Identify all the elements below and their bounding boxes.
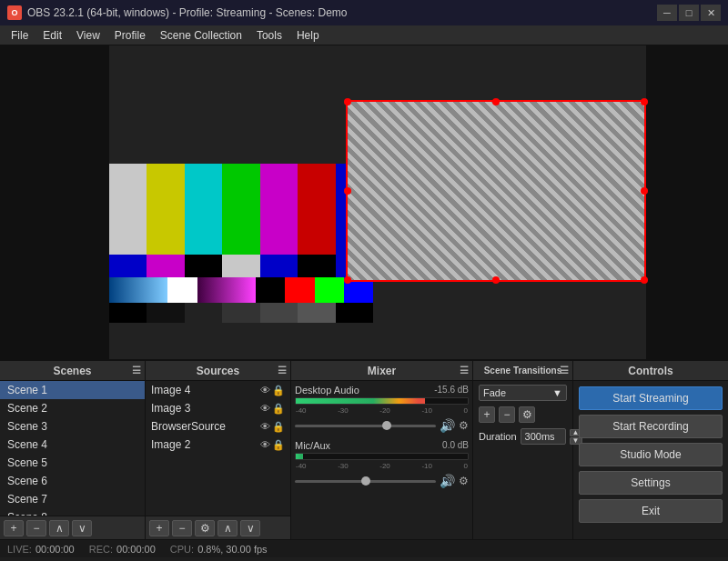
remove-transition-button[interactable]: − (499, 406, 515, 423)
mic-aux-mute[interactable]: 🔊 (440, 474, 455, 488)
source-label: Image 3 (151, 402, 190, 415)
mic-aux-knob[interactable] (361, 476, 370, 486)
menu-item-edit[interactable]: Edit (35, 27, 69, 44)
add-scene-button[interactable]: + (4, 520, 24, 536)
live-status: LIVE: 00:00:00 (7, 544, 75, 555)
desktop-audio-gear[interactable]: ⚙ (459, 419, 469, 432)
menu-item-tools[interactable]: Tools (249, 27, 289, 44)
resize-handle-bc[interactable] (492, 276, 500, 284)
cpu-label: CPU: (170, 544, 194, 555)
resize-handle-br[interactable] (641, 276, 648, 284)
mic-aux-gear[interactable]: ⚙ (459, 475, 469, 487)
resize-handle-tc[interactable] (492, 98, 500, 105)
source-up-button[interactable]: ∧ (217, 520, 238, 536)
resize-handle-tr[interactable] (641, 98, 648, 105)
menu-item-file[interactable]: File (4, 27, 35, 44)
sources-config-icon[interactable]: ☰ (278, 365, 287, 376)
scene-up-button[interactable]: ∧ (49, 520, 69, 536)
source-eye-icon[interactable]: 👁 (260, 439, 270, 450)
sources-panel: Sources ☰ Image 4 👁 🔒 Image 3 👁 🔒 Browse… (146, 361, 291, 539)
duration-input[interactable] (521, 428, 566, 445)
menu-item-help[interactable]: Help (289, 27, 327, 44)
source-eye-icon[interactable]: 👁 (260, 403, 270, 414)
controls-header-label: Controls (628, 365, 672, 377)
studio-mode-button[interactable]: Studio Mode (579, 443, 723, 466)
mixer-header-label: Mixer (368, 365, 396, 377)
resize-handle-tl[interactable] (344, 98, 351, 105)
source-down-button[interactable]: ∨ (240, 520, 260, 536)
remove-source-button[interactable]: − (172, 520, 192, 536)
transitions-panel: Scene Transitions ☰ Fade ▼ + − ⚙ Duratio… (473, 361, 573, 539)
menu-item-scene-collection[interactable]: Scene Collection (153, 27, 249, 44)
mixer-config-icon[interactable]: ☰ (460, 365, 469, 376)
menu-item-profile[interactable]: Profile (107, 27, 153, 44)
desktop-audio-knob[interactable] (382, 421, 391, 430)
scene-list-item[interactable]: Scene 4 (0, 436, 145, 454)
source-eye-icon[interactable]: 👁 (260, 385, 270, 396)
scene-list-item[interactable]: Scene 8 (0, 508, 145, 516)
source-label: Image 4 (151, 384, 190, 396)
sources-panel-header: Sources ☰ (146, 361, 290, 381)
source-lock-icon[interactable]: 🔒 (272, 385, 285, 396)
mic-aux-slider[interactable] (295, 480, 436, 483)
start-streaming-button[interactable]: Start Streaming (579, 386, 723, 410)
transitions-config-icon[interactable]: ☰ (560, 365, 569, 376)
desktop-audio-label: Desktop Audio (295, 385, 359, 396)
maximize-button[interactable]: □ (679, 5, 699, 21)
source-lock-icon[interactable]: 🔒 (272, 421, 285, 433)
resize-handle-bl[interactable] (344, 276, 351, 284)
status-bar: LIVE: 00:00:00 REC: 00:00:00 CPU: 0.8%, … (0, 539, 728, 557)
scene-list-item[interactable]: Scene 3 (0, 417, 145, 436)
source-list-item[interactable]: Image 2 👁 🔒 (146, 436, 290, 454)
scenes-panel-header: Scenes ☰ (0, 361, 145, 381)
source-lock-icon[interactable]: 🔒 (272, 439, 285, 451)
controls-panel: Controls Start StreamingStart RecordingS… (573, 361, 728, 539)
source-list-item[interactable]: Image 3 👁 🔒 (146, 399, 290, 417)
source-settings-button[interactable]: ⚙ (195, 520, 215, 536)
add-source-button[interactable]: + (149, 520, 169, 536)
transitions-header-label: Scene Transitions (484, 366, 562, 376)
mic-aux-track: Mic/Aux 0.0 dB -40 -30 -20 -10 0 (295, 440, 469, 490)
title-bar: O OBS 23.2.1 (64-bit, windows) - Profile… (0, 0, 728, 25)
exit-button[interactable]: Exit (579, 499, 723, 523)
scenes-config-icon[interactable]: ☰ (132, 365, 141, 376)
resize-handle-mr[interactable] (641, 187, 648, 195)
desktop-audio-mute[interactable]: 🔊 (440, 418, 455, 433)
minimize-button[interactable]: ─ (657, 5, 677, 21)
app-icon: O (7, 5, 22, 20)
scene-list-item[interactable]: Scene 7 (0, 490, 145, 508)
settings-button[interactable]: Settings (579, 471, 723, 495)
scene-list-item[interactable]: Scene 1 (0, 381, 145, 399)
resize-handle-ml[interactable] (344, 187, 351, 195)
bottom-area: Scenes ☰ Scene 1Scene 2Scene 3Scene 4Sce… (0, 359, 728, 539)
desktop-audio-slider[interactable] (295, 425, 436, 427)
rec-label: REC: (89, 544, 113, 555)
remove-scene-button[interactable]: − (26, 520, 46, 536)
transitions-content: Fade ▼ + − ⚙ Duration ▲ ▼ (473, 381, 572, 539)
menu-item-view[interactable]: View (69, 27, 107, 44)
mic-aux-meter (295, 453, 469, 460)
close-button[interactable]: ✕ (701, 5, 721, 21)
mic-aux-label: Mic/Aux (295, 440, 330, 451)
color-bars (109, 164, 373, 323)
source-list: Image 4 👁 🔒 Image 3 👁 🔒 BrowserSource 👁 … (146, 381, 290, 516)
source-list-item[interactable]: Image 4 👁 🔒 (146, 381, 290, 399)
source-label: Image 2 (151, 438, 190, 451)
scene-list-item[interactable]: Scene 6 (0, 472, 145, 490)
scene-down-button[interactable]: ∨ (72, 520, 92, 536)
mic-aux-level (296, 454, 303, 459)
start-recording-button[interactable]: Start Recording (579, 415, 723, 438)
config-transition-button[interactable]: ⚙ (519, 406, 535, 423)
transition-selector[interactable]: Fade ▼ (479, 385, 567, 401)
scene-list: Scene 1Scene 2Scene 3Scene 4Scene 5Scene… (0, 381, 145, 516)
scene-list-item[interactable]: Scene 5 (0, 454, 145, 472)
add-transition-button[interactable]: + (479, 406, 495, 423)
desktop-audio-controls: 🔊 ⚙ (295, 416, 469, 435)
scene-list-item[interactable]: Scene 2 (0, 399, 145, 417)
source-list-item[interactable]: BrowserSource 👁 🔒 (146, 417, 290, 436)
selected-source-overlay[interactable] (346, 100, 646, 282)
source-lock-icon[interactable]: 🔒 (272, 403, 285, 415)
scenes-panel: Scenes ☰ Scene 1Scene 2Scene 3Scene 4Sce… (0, 361, 146, 539)
source-eye-icon[interactable]: 👁 (260, 421, 270, 432)
source-icons: 👁 🔒 (260, 421, 285, 433)
